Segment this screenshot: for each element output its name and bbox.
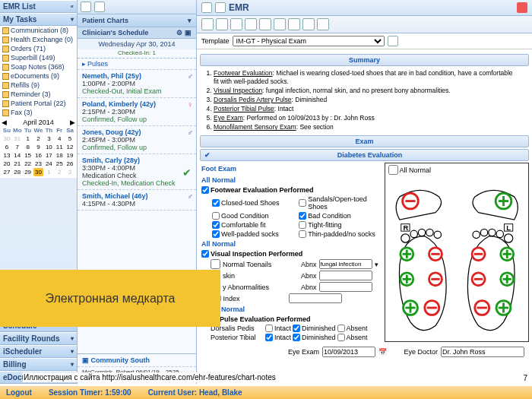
cal-day-11[interactable]: 11 bbox=[54, 143, 65, 151]
cal-day-21[interactable]: 21 bbox=[12, 160, 23, 168]
pulse-1-dim[interactable] bbox=[293, 334, 300, 341]
task-item-1[interactable]: Health Exchange (0) bbox=[0, 35, 77, 44]
appointment-1[interactable]: Poland, Kimberly (42y)2:15PM - 2:30PMCon… bbox=[78, 98, 196, 126]
appointment-0[interactable]: Nemeth, Phil (25y)1:00PM - 2:00PMChecked… bbox=[78, 70, 196, 98]
task-item-4[interactable]: Soap Notes (368) bbox=[0, 62, 77, 71]
dropdown-icon[interactable]: ▾ bbox=[375, 261, 378, 268]
cal-day-5[interactable]: 5 bbox=[65, 135, 75, 143]
cal-day-9[interactable]: 9 bbox=[33, 143, 44, 151]
calendar-icon[interactable]: 📅 bbox=[378, 348, 387, 356]
pulse-1-absent[interactable] bbox=[337, 334, 345, 341]
footwear-performed[interactable] bbox=[201, 186, 209, 194]
my-tasks-header[interactable]: My Tasks▾ bbox=[0, 13, 77, 26]
appointment-2[interactable]: Jones, Doug (42y)2:45PM - 3:00PMConfirme… bbox=[78, 126, 196, 154]
cal-day-1[interactable]: 1 bbox=[23, 135, 33, 143]
cal-day-13[interactable]: 13 bbox=[2, 151, 12, 160]
cal-day-3[interactable]: 3 bbox=[43, 135, 54, 143]
cal-day-4[interactable]: 4 bbox=[54, 135, 65, 143]
diagram-all-normal[interactable] bbox=[388, 165, 398, 175]
all-normal-visual[interactable]: All Normal bbox=[200, 239, 380, 249]
task-item-8[interactable]: Patient Portal (22) bbox=[0, 99, 77, 108]
cal-prev[interactable]: ◀ bbox=[2, 119, 7, 126]
cal-day-27[interactable]: 27 bbox=[2, 168, 12, 176]
emr-list-header[interactable]: EMR List« bbox=[0, 0, 77, 13]
cal-day-22[interactable]: 22 bbox=[23, 160, 33, 168]
vis-abnx-0[interactable] bbox=[319, 259, 372, 269]
clinicians-schedule-header[interactable]: Clinician's Schedule⚙ ▣ bbox=[78, 27, 196, 39]
footwear-opt-7[interactable] bbox=[299, 230, 306, 238]
cal-day-10[interactable]: 10 bbox=[43, 143, 54, 151]
cal-day-12[interactable]: 12 bbox=[65, 143, 75, 151]
cal-day-14[interactable]: 14 bbox=[12, 151, 23, 160]
all-normal-footwear[interactable]: All Normal bbox=[200, 175, 380, 185]
cal-day-23[interactable]: 23 bbox=[33, 160, 44, 168]
template-select[interactable]: IM-GT - Physical Exam bbox=[233, 36, 385, 46]
cal-day-8[interactable]: 8 bbox=[23, 143, 33, 151]
cal-day-15[interactable]: 15 bbox=[23, 151, 33, 160]
footwear-opt-4[interactable] bbox=[212, 221, 220, 229]
vis-abnx-1[interactable] bbox=[319, 271, 372, 280]
pulses-link[interactable]: ▸ Pulses bbox=[78, 59, 196, 70]
summary-header[interactable]: Summary bbox=[200, 54, 529, 66]
alert-icon[interactable] bbox=[517, 2, 527, 13]
vis-chk-0[interactable] bbox=[211, 259, 220, 269]
globe-icon[interactable] bbox=[215, 2, 226, 13]
pulse-0-dim[interactable] bbox=[293, 325, 300, 332]
footwear-opt-0[interactable] bbox=[212, 199, 220, 207]
all-normal-pulse[interactable]: All Normal bbox=[200, 304, 380, 315]
cal-day-24[interactable]: 24 bbox=[43, 160, 54, 168]
cal-day-17[interactable]: 17 bbox=[43, 151, 54, 160]
print-icon[interactable] bbox=[245, 18, 257, 30]
eye-exam-date[interactable] bbox=[322, 347, 375, 357]
refresh-icon[interactable] bbox=[201, 2, 212, 13]
cal-day-6[interactable]: 6 bbox=[2, 143, 12, 151]
globe-icon[interactable] bbox=[94, 2, 105, 12]
task-item-0[interactable]: Communication (8) bbox=[0, 26, 77, 35]
appointment-4[interactable]: Smith, Michael (46y)4:15PM - 4:30PM♂ bbox=[78, 190, 196, 211]
cal-day-7[interactable]: 7 bbox=[12, 143, 23, 151]
accordion-1[interactable]: Facility Rounds▾ bbox=[0, 332, 77, 345]
delete-icon[interactable] bbox=[259, 18, 271, 30]
cal-next[interactable]: ▶ bbox=[70, 119, 75, 126]
footwear-opt-1[interactable] bbox=[299, 199, 306, 207]
attach-icon[interactable] bbox=[288, 18, 300, 30]
copy-icon[interactable] bbox=[274, 18, 286, 30]
cal-day-26[interactable]: 26 bbox=[65, 160, 75, 168]
task-item-2[interactable]: Orders (71) bbox=[0, 44, 77, 53]
foot-diagram[interactable]: All Normal R L bbox=[385, 163, 529, 342]
pulse-0-intact[interactable] bbox=[265, 325, 273, 332]
task-item-3[interactable]: Superbill (149) bbox=[0, 53, 77, 62]
cal-day-29[interactable]: 29 bbox=[23, 168, 33, 176]
new-icon[interactable] bbox=[201, 18, 214, 30]
credit-link[interactable]: http://isalushealthcare.com/ehr-features… bbox=[102, 373, 275, 382]
more-icon[interactable] bbox=[302, 18, 315, 30]
template-search-icon[interactable] bbox=[388, 36, 398, 46]
task-item-9[interactable]: Fax (3) bbox=[0, 108, 77, 117]
footwear-opt-2[interactable] bbox=[212, 212, 220, 220]
brachial-input[interactable] bbox=[289, 293, 342, 303]
cal-day-25[interactable]: 25 bbox=[54, 160, 65, 168]
task-item-5[interactable]: eDocuments (9) bbox=[0, 71, 77, 81]
visual-performed[interactable] bbox=[201, 250, 209, 258]
cal-day-18[interactable]: 18 bbox=[54, 151, 65, 160]
appointment-3[interactable]: Smith, Carly (28y)3:30PM - 4:00PMMedicat… bbox=[78, 154, 196, 190]
footwear-opt-3[interactable] bbox=[299, 212, 306, 220]
logout-link[interactable]: Logout bbox=[6, 388, 32, 397]
back-icon[interactable] bbox=[81, 2, 91, 12]
vis-abnx-2[interactable] bbox=[319, 282, 372, 292]
task-item-6[interactable]: Refills (9) bbox=[0, 81, 77, 90]
footwear-opt-5[interactable] bbox=[299, 221, 306, 229]
pulse-0-absent[interactable] bbox=[337, 325, 345, 332]
accordion-3[interactable]: Billing▾ bbox=[0, 358, 77, 371]
eye-doctor-input[interactable] bbox=[441, 347, 524, 357]
cal-day-28[interactable]: 28 bbox=[12, 168, 23, 176]
tools-icon[interactable] bbox=[317, 18, 329, 30]
save-icon[interactable] bbox=[230, 18, 242, 30]
patient-charts-header[interactable]: Patient Charts▾ bbox=[78, 14, 196, 27]
cal-day-30[interactable]: 30 bbox=[33, 168, 44, 176]
diabetes-eval-header[interactable]: Diabetes Evaluation bbox=[213, 151, 527, 159]
folder-icon[interactable] bbox=[216, 18, 228, 30]
pulse-1-intact[interactable] bbox=[265, 334, 273, 341]
cal-day-16[interactable]: 16 bbox=[33, 151, 44, 160]
accordion-2[interactable]: iScheduler▾ bbox=[0, 345, 77, 358]
